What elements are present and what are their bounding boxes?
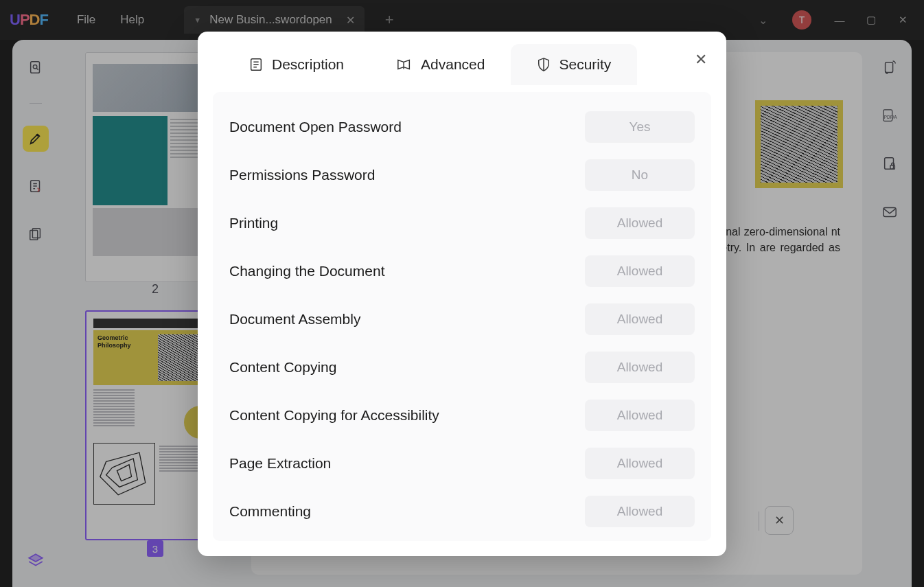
security-row: Permissions PasswordNo xyxy=(229,159,695,191)
security-row: Content CopyingAllowed xyxy=(229,352,695,383)
shield-icon xyxy=(537,57,551,72)
security-label: Document Open Password xyxy=(229,119,402,135)
security-value: Allowed xyxy=(585,400,695,431)
security-row: Page ExtractionAllowed xyxy=(229,448,695,479)
security-row: CommentingAllowed xyxy=(229,496,695,527)
security-value: Allowed xyxy=(585,352,695,383)
modal-tabs: Description Advanced Security ✕ xyxy=(198,32,726,85)
security-label: Page Extraction xyxy=(229,455,331,472)
description-icon xyxy=(249,57,264,72)
security-panel: Document Open PasswordYes Permissions Pa… xyxy=(213,92,711,541)
security-row: Content Copying for AccessibilityAllowed xyxy=(229,400,695,431)
properties-modal: Description Advanced Security ✕ Document… xyxy=(198,32,726,556)
security-label: Document Assembly xyxy=(229,311,360,327)
security-label: Changing the Document xyxy=(229,263,384,279)
security-row: Changing the DocumentAllowed xyxy=(229,255,695,287)
security-row: Document AssemblyAllowed xyxy=(229,303,695,335)
security-value: Allowed xyxy=(585,448,695,479)
tab-description[interactable]: Description xyxy=(222,44,370,85)
security-label: Printing xyxy=(229,215,278,231)
modal-close-button[interactable]: ✕ xyxy=(695,51,707,69)
advanced-icon xyxy=(396,57,413,72)
security-value: Allowed xyxy=(585,496,695,527)
security-value: Allowed xyxy=(585,207,695,239)
tab-advanced[interactable]: Advanced xyxy=(370,44,511,85)
security-label: Content Copying for Accessibility xyxy=(229,407,439,424)
security-label: Commenting xyxy=(229,503,311,520)
security-value: Allowed xyxy=(585,255,695,287)
tab-security[interactable]: Security xyxy=(511,44,637,85)
security-row: Document Open PasswordYes xyxy=(229,111,695,143)
security-row: PrintingAllowed xyxy=(229,207,695,239)
security-value: No xyxy=(585,159,695,191)
security-value: Allowed xyxy=(585,303,695,335)
security-label: Content Copying xyxy=(229,359,336,376)
security-label: Permissions Password xyxy=(229,167,375,183)
security-value: Yes xyxy=(585,111,695,143)
